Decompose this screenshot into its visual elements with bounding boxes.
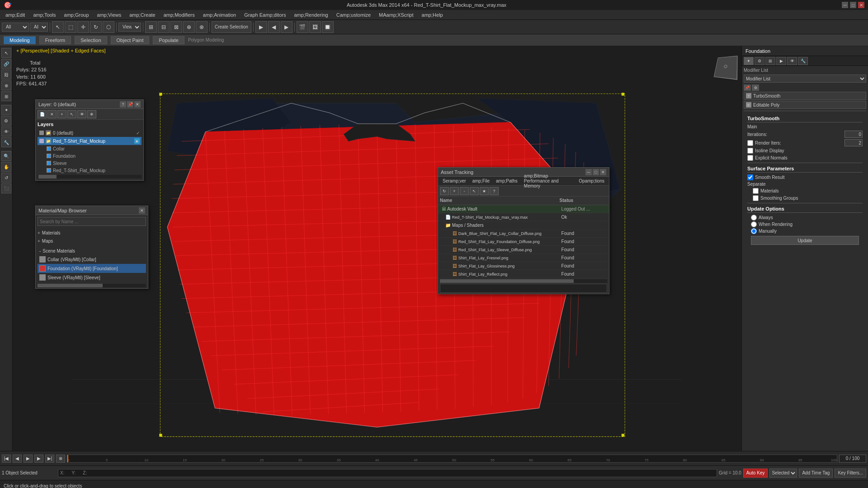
auto-key-btn[interactable]: Auto Key bbox=[743, 469, 768, 478]
zoom-btn[interactable]: 🔍 bbox=[1, 151, 11, 161]
scale-btn[interactable]: ⬡ bbox=[103, 21, 114, 33]
materials-check[interactable] bbox=[753, 188, 759, 194]
menu-customize[interactable]: Camp;ustomize bbox=[333, 11, 374, 19]
snap-toggle[interactable]: ⊕ bbox=[183, 21, 195, 33]
tab-populate[interactable]: Populate bbox=[153, 36, 184, 44]
menu-modifiers[interactable]: amp;Modifiers bbox=[160, 11, 198, 19]
asset-highlight-btn[interactable]: ★ bbox=[480, 187, 489, 195]
delete-layer-btn[interactable]: ✕ bbox=[47, 110, 57, 118]
next-frame-btn2[interactable]: ▶ bbox=[34, 455, 43, 463]
display-btn[interactable]: 👁 bbox=[1, 127, 11, 136]
explicit-normals-check[interactable] bbox=[747, 155, 753, 161]
update-btn[interactable]: Update bbox=[751, 236, 859, 245]
tab-object-paint[interactable]: Object Paint bbox=[111, 36, 150, 44]
prev-frame-btn[interactable]: ◀ bbox=[268, 21, 280, 33]
asset-row-map2[interactable]: 🖼 Red_Shirt_Flat_Lay_Foundation_Diffuse.… bbox=[438, 237, 609, 245]
freeze-layer-btn[interactable]: ❄ bbox=[87, 110, 96, 118]
menu-views[interactable]: amp;Views bbox=[94, 11, 125, 19]
material-editor-btn[interactable]: 🔲 bbox=[322, 21, 334, 33]
key-filters-btn[interactable]: Key Filters... bbox=[835, 469, 866, 478]
timeline-track[interactable]: 0 5 10 15 20 25 30 35 40 45 50 55 60 65 … bbox=[67, 455, 837, 463]
rpanel-tab-create[interactable]: ✦ bbox=[744, 57, 754, 65]
materials-section-header[interactable]: + Materials bbox=[38, 229, 146, 237]
asset-horizontal-scrollbar[interactable] bbox=[440, 279, 607, 283]
tab-selection[interactable]: Selection bbox=[75, 36, 107, 44]
menu-maxscript[interactable]: MAamp;XScript bbox=[375, 11, 417, 19]
asset-menu-bitmap[interactable]: amp;Bitmap Performance and Memory bbox=[521, 173, 575, 189]
asset-row-maps-folder[interactable]: 📁 Maps / Shaders bbox=[438, 221, 609, 229]
menu-create[interactable]: amp;Create bbox=[126, 11, 159, 19]
smoothing-groups-check[interactable] bbox=[753, 195, 759, 201]
asset-restore-btn[interactable]: □ bbox=[593, 169, 599, 175]
snap-angle[interactable]: ⊗ bbox=[196, 21, 208, 33]
smooth-result-check[interactable] bbox=[747, 174, 753, 180]
prev-key-btn[interactable]: |◀ bbox=[2, 455, 11, 463]
menu-tools[interactable]: amp;Tools bbox=[29, 11, 59, 19]
minimize-btn[interactable]: ─ bbox=[842, 2, 848, 8]
tab-modeling[interactable]: Modeling bbox=[4, 36, 36, 44]
layer-shirt[interactable]: 📁 Red_T-Shirt_Flat_Mockup ■ bbox=[38, 137, 142, 145]
mat-foundation[interactable]: Foundation (VRayMtl) [Foundation] bbox=[38, 264, 146, 273]
material-scrollbar[interactable] bbox=[38, 284, 146, 287]
tab-freeform[interactable]: Freeform bbox=[39, 36, 71, 44]
mat-sleeve[interactable]: Sleeve (VRayMtl) [Sleeve] bbox=[38, 273, 146, 282]
rpanel-tab-utilities[interactable]: 🔧 bbox=[798, 57, 808, 65]
viewcube-face[interactable]: ⬡ bbox=[714, 56, 738, 80]
select-object-btn[interactable]: ↖ bbox=[1, 48, 11, 58]
col-name-header[interactable]: Name bbox=[438, 197, 558, 205]
rpanel-tab-modify[interactable]: ⚙ bbox=[755, 57, 764, 65]
play-anim-btn[interactable]: ▶ bbox=[24, 455, 33, 463]
when-rendering-radio[interactable] bbox=[751, 221, 757, 227]
always-radio[interactable] bbox=[751, 215, 757, 221]
select-btn[interactable]: ↖ bbox=[52, 21, 64, 33]
undo-dropdown[interactable]: All bbox=[2, 23, 29, 32]
asset-menu-options[interactable]: Opamp;tions bbox=[576, 178, 607, 184]
asset-row-map6[interactable]: 🖼 Shirt_Flat_Lay_Reflect.png Found bbox=[438, 270, 609, 278]
material-close-btn[interactable]: ✕ bbox=[139, 207, 145, 214]
modify-btn[interactable]: ⚙ bbox=[1, 116, 11, 126]
asset-remove-btn[interactable]: - bbox=[460, 187, 469, 195]
key-mode-btn[interactable]: ⊗ bbox=[56, 455, 65, 463]
material-search[interactable] bbox=[38, 217, 146, 226]
menu-animation[interactable]: amp;Animation bbox=[199, 11, 240, 19]
layer-default[interactable]: 📁 0 (default) ✓ bbox=[38, 129, 142, 137]
rotate-btn[interactable]: ↻ bbox=[90, 21, 102, 33]
asset-row-vault[interactable]: 🏛 Autodesk Vault Logged Out ... bbox=[438, 205, 609, 213]
rpanel-tab-hierarchy[interactable]: ⊞ bbox=[765, 57, 775, 65]
add-time-tag-btn[interactable]: Add Time Tag bbox=[799, 469, 833, 478]
maximize-vp-btn[interactable]: ⬛ bbox=[1, 183, 11, 193]
modifier-dropdown[interactable]: Modifier List bbox=[744, 75, 866, 83]
render-iters-input[interactable] bbox=[844, 139, 863, 146]
asset-refresh-btn[interactable]: ↻ bbox=[440, 187, 449, 195]
asset-add-btn[interactable]: + bbox=[450, 187, 459, 195]
iterations-input[interactable] bbox=[844, 131, 863, 138]
rpanel-tab-motion[interactable]: ▶ bbox=[776, 57, 786, 65]
isoline-check[interactable] bbox=[747, 148, 753, 154]
modifier-turbosmooth[interactable]: T TurboSmooth bbox=[744, 92, 866, 100]
array-btn[interactable]: ⊠ bbox=[170, 21, 182, 33]
asset-input-bar[interactable] bbox=[440, 284, 607, 293]
modifier-editablepoly[interactable]: E Editable Poly bbox=[744, 101, 866, 109]
layer-collar[interactable]: 🔷 Collar bbox=[45, 145, 142, 152]
move-btn[interactable]: ✛ bbox=[77, 21, 89, 33]
asset-row-map1[interactable]: 🖼 Dark_Blue_Shirt_Flat_Lay_Collar_Diffus… bbox=[438, 229, 609, 237]
next-frame-btn[interactable]: ▶ bbox=[281, 21, 292, 33]
layer-foundation[interactable]: 🔷 Foundation bbox=[45, 152, 142, 160]
utilities-btn[interactable]: 🔧 bbox=[1, 137, 11, 147]
bind-btn[interactable]: ⊕ bbox=[1, 80, 11, 90]
asset-menu-paths[interactable]: amp;Paths bbox=[493, 178, 520, 184]
mirror-btn[interactable]: ⊟ bbox=[158, 21, 170, 33]
asset-row-map4[interactable]: 🖼 Shirt_Flat_Lay_Fresnel.png Found bbox=[438, 253, 609, 262]
create-btn[interactable]: ✦ bbox=[1, 105, 11, 115]
asset-row-map3[interactable]: 🖼 Red_Shirt_Flat_Lay_Sleeve_Diffuse.png … bbox=[438, 245, 609, 253]
manually-radio[interactable] bbox=[751, 228, 757, 234]
mat-collar[interactable]: Collar (VRayMtl) [Collar] bbox=[38, 255, 146, 264]
asset-menu-server[interactable]: Seramp;ver bbox=[440, 178, 469, 184]
add-to-layer-btn[interactable]: + bbox=[57, 110, 66, 118]
asset-help-btn[interactable]: ? bbox=[490, 187, 499, 195]
menu-rendering[interactable]: amp;Rendering bbox=[290, 11, 331, 19]
layers-close-btn[interactable]: ✕ bbox=[134, 101, 141, 108]
menu-help[interactable]: amp;Help bbox=[418, 11, 447, 19]
select-filter-dropdown[interactable]: All bbox=[30, 23, 48, 32]
maps-section-header[interactable]: + Maps bbox=[38, 237, 146, 245]
